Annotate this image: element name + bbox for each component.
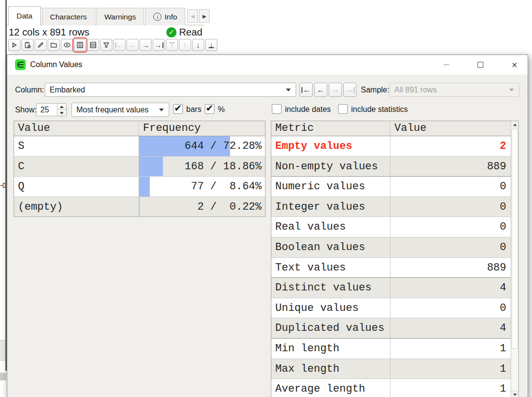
frequency-bar [139, 157, 163, 177]
maximize-button[interactable] [469, 55, 492, 74]
dialog-title: Column Values [30, 55, 82, 74]
include-dates-checkbox[interactable] [272, 104, 282, 114]
dataset-dimensions: 12 cols x 891 rows [9, 27, 89, 38]
frequency-row-bar-cell: 168 / 18.86% [139, 157, 265, 177]
frequency-row-bar-cell: 77 / 8.64% [139, 177, 265, 197]
tab-scroll-right-icon[interactable]: ▶ [199, 9, 210, 23]
metric-value: 889 [390, 157, 511, 177]
first-column-icon[interactable]: ← [113, 39, 125, 51]
checkmark-icon: ✔ [206, 103, 213, 114]
stepper-up-icon[interactable] [57, 104, 66, 109]
tabs: DataCharactersWarningsiInfo [8, 6, 186, 25]
column-select[interactable]: Embarked [45, 83, 296, 97]
metric-value-column-header[interactable]: Value [390, 121, 511, 136]
last-row-icon[interactable]: ↓ [205, 39, 217, 51]
first-column-button[interactable]: ← [300, 83, 313, 97]
last-column-button[interactable]: → [343, 83, 356, 97]
show-count-value: 25 [40, 104, 49, 116]
metric-value: 2 [390, 136, 511, 156]
frequency-row-bar-cell: 2 / 0.22% [139, 197, 265, 217]
metric-name: Real values [271, 217, 390, 237]
scroll-down-icon[interactable] [511, 391, 518, 397]
paste-icon[interactable] [21, 39, 34, 51]
metric-name: Duplicated values [271, 318, 390, 338]
column-values-icon[interactable] [74, 39, 86, 51]
metric-name: Average length [271, 379, 390, 397]
column-values-dialog: ∈ Column Values ✕ Column: Embarked ← ← →… [7, 54, 528, 397]
background-fragment [0, 373, 6, 380]
frequency-row-count: 77 / 8.64% [185, 177, 262, 197]
frequency-column-header[interactable]: Frequency [139, 121, 265, 136]
metric-column-header[interactable]: Metric [271, 121, 390, 136]
metric-value: 0 [390, 237, 511, 257]
metric-row[interactable]: Max length1 [271, 359, 511, 379]
tab-characters[interactable]: Characters [42, 8, 95, 25]
sample-select[interactable]: All 891 rows [390, 83, 519, 97]
tab-data[interactable]: Data [8, 6, 41, 25]
metric-row[interactable]: Non-empty values889 [271, 157, 511, 177]
next-row-icon[interactable]: ↓ [192, 39, 204, 51]
metric-name: Empty values [271, 136, 390, 156]
tab-bar: DataCharactersWarningsiInfo ◀ ▶ [8, 6, 210, 25]
run-icon[interactable] [8, 39, 20, 51]
metric-row[interactable]: Boolean values0 [271, 237, 511, 258]
percent-checkbox[interactable]: ✔ [205, 104, 214, 114]
metric-value: 889 [390, 258, 511, 278]
frequency-row[interactable]: S644 / 72.28% [14, 136, 265, 157]
metric-row[interactable]: Empty values2 [271, 136, 511, 157]
previous-row-icon[interactable]: ↑ [179, 39, 191, 51]
metric-row[interactable]: Integer values0 [271, 197, 511, 217]
dialog-title-bar[interactable]: ∈ Column Values ✕ [7, 55, 528, 74]
edit-icon[interactable] [35, 39, 47, 51]
include-statistics-checkbox[interactable] [338, 104, 348, 114]
metric-row[interactable]: Text values889 [271, 258, 511, 278]
metric-row[interactable]: Duplicated values4 [271, 318, 511, 339]
scrollbar-thumb[interactable] [512, 129, 518, 349]
show-count-stepper[interactable]: 25 [36, 103, 67, 116]
frequency-row-value: (empty) [14, 197, 139, 217]
minimize-icon [443, 64, 449, 65]
sample-select-value: All 891 rows [394, 86, 437, 94]
scroll-up-icon[interactable] [511, 121, 518, 128]
tab-warnings[interactable]: Warnings [96, 8, 144, 25]
previous-column-button[interactable]: ← [314, 83, 327, 97]
read-check-icon: ✓ [166, 27, 177, 37]
value-column-header[interactable]: Value [14, 121, 139, 136]
background-app-panel: DataCharactersWarningsiInfo ◀ ▶ 12 cols … [7, 0, 204, 55]
chevron-down-icon [159, 108, 164, 111]
metric-row[interactable]: Numeric values0 [271, 177, 511, 197]
tab-info[interactable]: iInfo [145, 8, 185, 25]
row-values-icon[interactable] [87, 39, 99, 51]
metric-value: 1 [390, 379, 511, 397]
metric-value: 1 [390, 339, 511, 359]
frequency-row-value: C [14, 157, 139, 177]
frequency-row[interactable]: (empty) 2 / 0.22% [14, 197, 265, 217]
metrics-scrollbar[interactable] [511, 121, 518, 397]
metric-row[interactable]: Average length1 [271, 379, 511, 397]
next-column-icon[interactable]: → [140, 39, 152, 51]
metric-row[interactable]: Real values0 [271, 217, 511, 237]
minimize-button[interactable] [435, 55, 458, 74]
frequency-row[interactable]: Q 77 / 8.64% [14, 177, 265, 197]
bars-checkbox[interactable]: ✔ [173, 104, 183, 114]
previous-column-icon[interactable]: ← [126, 39, 139, 51]
first-row-icon[interactable]: ↑ [166, 39, 178, 51]
eye-icon[interactable] [61, 39, 73, 51]
mode-select[interactable]: Most frequent values [71, 103, 169, 117]
stepper-down-icon[interactable] [57, 109, 66, 116]
last-column-icon[interactable]: → [153, 39, 165, 51]
next-column-button[interactable]: → [329, 83, 342, 97]
tab-scroll-left-icon[interactable]: ◀ [187, 9, 198, 23]
metric-row[interactable]: Min length1 [271, 339, 511, 359]
filter-icon[interactable] [100, 39, 112, 51]
metric-name: Non-empty values [271, 157, 390, 177]
metric-name: Integer values [271, 197, 390, 217]
percent-checkbox-label: % [218, 103, 225, 116]
frequency-row[interactable]: C168 / 18.86% [14, 157, 265, 177]
toolbar: ← ← → → ↑ ↑ ↓ ↓ [8, 39, 217, 51]
metric-row[interactable]: Distinct values4 [271, 278, 511, 298]
metric-row[interactable]: Unique values0 [271, 298, 511, 319]
tab-label: Data [17, 12, 33, 20]
close-button[interactable]: ✕ [503, 55, 526, 74]
folder-icon[interactable] [48, 39, 60, 51]
